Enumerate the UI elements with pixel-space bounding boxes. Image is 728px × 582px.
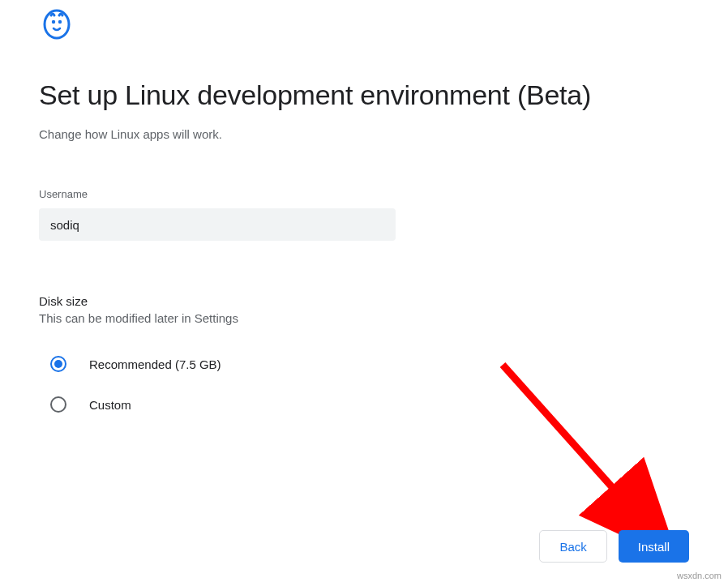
disk-size-subtext: This can be modified later in Settings xyxy=(39,311,689,325)
svg-point-1 xyxy=(52,20,55,24)
svg-point-2 xyxy=(58,20,62,24)
radio-icon xyxy=(50,356,66,372)
username-input[interactable] xyxy=(39,208,396,241)
radio-label: Custom xyxy=(89,398,131,412)
penguin-icon xyxy=(42,8,71,41)
radio-label: Recommended (7.5 GB) xyxy=(89,357,221,371)
radio-option-recommended[interactable]: Recommended (7.5 GB) xyxy=(39,356,689,372)
back-button[interactable]: Back xyxy=(539,530,606,563)
install-button[interactable]: Install xyxy=(619,530,689,563)
username-label: Username xyxy=(39,188,689,200)
page-title: Set up Linux development environment (Be… xyxy=(39,79,689,111)
radio-icon xyxy=(50,396,66,413)
disk-size-radio-group: Recommended (7.5 GB) Custom xyxy=(39,356,689,413)
disk-size-heading: Disk size xyxy=(39,294,689,308)
attribution-text: wsxdn.com xyxy=(677,571,722,580)
radio-option-custom[interactable]: Custom xyxy=(39,396,689,413)
svg-point-0 xyxy=(45,11,69,38)
page-subtitle: Change how Linux apps will work. xyxy=(39,127,689,141)
